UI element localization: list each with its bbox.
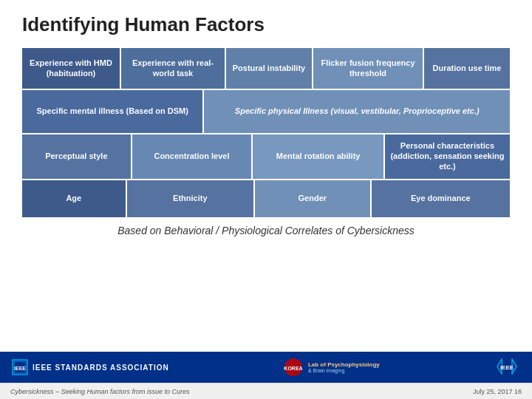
cell-experience-realworld: Experience with real-world task: [121, 48, 225, 89]
footer: IEEE IEEE STANDARDS ASSOCIATION KOREA La…: [0, 352, 532, 383]
cell-ethnicity: Ethnicity: [127, 180, 253, 217]
footer-ieee-text: IEEE STANDARDS ASSOCIATION: [33, 364, 169, 372]
cell-physical-illness: Specific physical Illness (visual, vesti…: [204, 90, 510, 133]
grid-row-1: Experience with HMD (habituation) Experi…: [22, 48, 510, 89]
cell-perceptual-style: Perceptual style: [22, 134, 131, 179]
cell-mental-illness: Specific mental illness (Based on DSM): [22, 90, 202, 133]
footer-lab-text: Lab of Psychophysiology & Brain imaging: [308, 361, 380, 373]
bottom-bar: Cybersickness – Seeking Human factors fr…: [0, 383, 532, 399]
footer-left: IEEE IEEE STANDARDS ASSOCIATION: [12, 359, 169, 375]
page-title: Identifying Human Factors: [22, 13, 510, 36]
page: Identifying Human Factors Experience wit…: [0, 0, 532, 399]
cell-concentration: Concentration level: [132, 134, 252, 179]
ieee-brand-icon: IEEE: [494, 358, 520, 375]
cell-age: Age: [22, 180, 126, 217]
svg-text:IEEE: IEEE: [14, 366, 26, 371]
cell-eye-dominance: Eye dominance: [372, 180, 510, 217]
grid-row-3: Perceptual style Concentration level Men…: [22, 134, 510, 179]
footer-right: IEEE: [494, 358, 520, 376]
cell-mental-rotation: Mental rotation ability: [253, 134, 383, 179]
subtitle: Based on Behavioral / Physiological Corr…: [22, 225, 510, 236]
cell-gender: Gender: [255, 180, 370, 217]
cell-duration: Duration use time: [424, 48, 510, 89]
grid-row-4: Age Ethnicity Gender Eye dominance: [22, 180, 510, 217]
main-content: Identifying Human Factors Experience wit…: [0, 0, 532, 352]
cell-flicker-fusion: Flicker fusion frequency threshold: [313, 48, 423, 89]
cell-personal-characteristics: Personal characteristics (addiction, sen…: [385, 134, 510, 179]
svg-text:IEEE: IEEE: [500, 364, 514, 371]
ieee-logo-icon: IEEE: [12, 359, 28, 375]
grid-row-2: Specific mental illness (Based on DSM) S…: [22, 90, 510, 133]
factors-grid: Experience with HMD (habituation) Experi…: [22, 48, 510, 217]
bottom-bar-right: July 25, 2017 16: [473, 388, 522, 395]
cell-experience-hmd: Experience with HMD (habituation): [22, 48, 120, 89]
footer-center: KOREA Lab of Psychophysiology & Brain im…: [283, 357, 380, 378]
svg-text:KOREA: KOREA: [284, 366, 302, 371]
bottom-bar-left: Cybersickness – Seeking Human factors fr…: [10, 388, 190, 395]
korea-university-logo-icon: KOREA: [283, 357, 304, 378]
cell-postural-instability: Postural instability: [226, 48, 312, 89]
